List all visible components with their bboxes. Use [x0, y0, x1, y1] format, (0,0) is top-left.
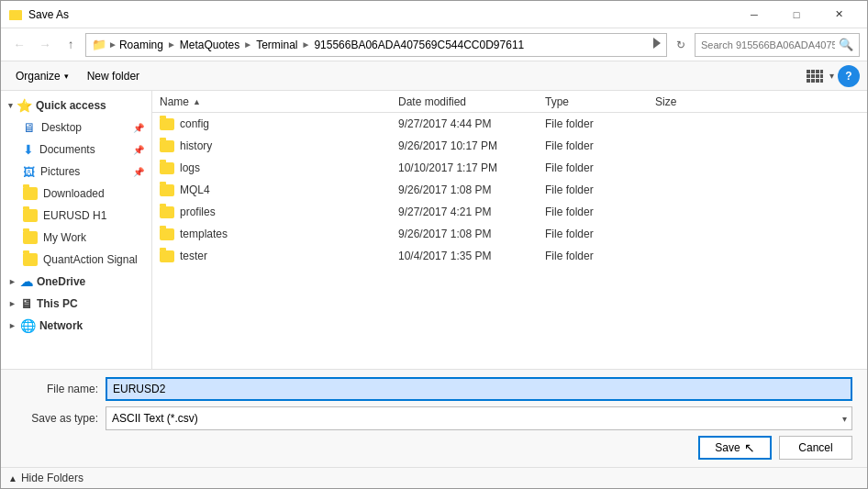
file-row-name: config	[180, 117, 209, 130]
file-row-date: 10/10/2017 1:17 PM	[398, 161, 545, 174]
file-row-name: tester	[180, 250, 207, 262]
hide-folders-button[interactable]: ▲ Hide Folders	[8, 472, 83, 484]
close-button[interactable]: ✕	[818, 1, 860, 28]
save-as-type-wrapper: ASCII Text (*.csv) ▾	[106, 406, 852, 430]
file-row-name: history	[180, 139, 212, 152]
table-row[interactable]: history 9/26/2017 10:17 PM File folder	[152, 135, 867, 157]
organize-toolbar: Organize ▾ New folder	[1, 61, 867, 91]
table-row[interactable]: MQL4 9/26/2017 1:08 PM File folder	[152, 179, 867, 201]
sidebar-item-downloaded[interactable]: Downloaded	[1, 183, 151, 205]
svg-marker-3	[653, 38, 661, 49]
sidebar-item-mywork[interactable]: My Work	[1, 227, 151, 249]
svg-rect-1	[9, 12, 22, 20]
forward-button[interactable]: →	[34, 34, 56, 56]
new-folder-button[interactable]: New folder	[80, 65, 147, 87]
sidebar-item-desktop[interactable]: 🖥 Desktop 📌	[1, 117, 151, 139]
quick-access-chevron-icon: ▾	[8, 101, 13, 110]
sidebar-section-thispc[interactable]: ► 🖥 This PC	[1, 293, 151, 315]
cancel-button[interactable]: Cancel	[779, 436, 852, 460]
table-row[interactable]: config 9/27/2017 4:44 PM File folder	[152, 113, 867, 135]
sidebar-item-documents[interactable]: ⬇ Documents 📌	[1, 139, 151, 161]
sidebar-item-quantaction[interactable]: QuantAction Signal	[1, 249, 151, 271]
help-button[interactable]: ?	[838, 65, 860, 87]
folder-icon	[160, 184, 174, 196]
title-bar: Save As ─ □ ✕	[1, 1, 867, 28]
downloaded-folder-icon	[23, 187, 38, 200]
pin-icon-documents: 📌	[133, 145, 144, 155]
save-as-type-select[interactable]: ASCII Text (*.csv)	[106, 406, 852, 430]
sidebar-section-quick-access[interactable]: ▾ ⭐ Quick access	[1, 94, 151, 117]
network-expand-icon: ►	[8, 321, 17, 330]
pin-icon: 📌	[133, 123, 144, 133]
table-row[interactable]: profiles 9/27/2017 4:21 PM File folder	[152, 201, 867, 223]
search-input[interactable]	[701, 39, 835, 50]
file-row-date: 9/26/2017 10:17 PM	[398, 139, 545, 152]
file-name-label: File name:	[16, 383, 98, 395]
sidebar-section-onedrive[interactable]: ► ☁ OneDrive	[1, 271, 151, 293]
file-row-type: File folder	[545, 139, 655, 152]
svg-rect-6	[816, 70, 819, 73]
sort-arrow-icon: ▲	[193, 97, 201, 106]
file-row-name: logs	[180, 161, 200, 174]
pictures-icon: 🖼	[23, 165, 35, 179]
sidebar-onedrive-label: OneDrive	[37, 275, 85, 288]
organize-chevron-icon: ▾	[64, 72, 69, 81]
folder-icon	[160, 118, 174, 130]
action-buttons: Save ↖ Cancel	[16, 436, 852, 460]
table-row[interactable]: tester 10/4/2017 1:35 PM File folder	[152, 245, 867, 267]
title-bar-buttons: ─ □ ✕	[733, 1, 860, 28]
organize-button[interactable]: Organize ▾	[8, 65, 76, 87]
thispc-icon: 🖥	[20, 296, 33, 311]
svg-rect-2	[11, 10, 16, 12]
sidebar-item-pictures[interactable]: 🖼 Pictures 📌	[1, 161, 151, 183]
back-button[interactable]: ←	[8, 34, 30, 56]
col-date-header[interactable]: Date modified	[398, 95, 545, 108]
sidebar-section-network[interactable]: ► 🌐 Network	[1, 315, 151, 337]
address-bar[interactable]: 📁 ► Roaming ► MetaQuotes ► Terminal ► 91…	[85, 33, 667, 57]
view-toggle-button[interactable]	[804, 65, 826, 87]
minimize-button[interactable]: ─	[733, 1, 775, 28]
sidebar-eurusd-label: EURUSD H1	[43, 209, 106, 222]
svg-rect-15	[820, 79, 823, 83]
col-name-header[interactable]: Name ▲	[160, 95, 398, 108]
hide-folders-row: ▲ Hide Folders	[1, 467, 867, 488]
file-row-name: templates	[180, 228, 228, 240]
folder-icon	[160, 140, 174, 152]
main-content: ▾ ⭐ Quick access 🖥 Desktop 📌 ⬇ Documents…	[1, 91, 867, 369]
network-icon: 🌐	[20, 318, 36, 333]
dialog-icon	[8, 7, 23, 22]
table-row[interactable]: templates 9/26/2017 1:08 PM File folder	[152, 223, 867, 245]
address-toolbar: ← → ↑ 📁 ► Roaming ► MetaQuotes ► Termina…	[1, 28, 867, 61]
folder-icon	[160, 162, 174, 174]
svg-rect-13	[811, 79, 815, 83]
new-folder-label: New folder	[87, 70, 139, 83]
col-type-header: Type	[545, 95, 655, 108]
file-row-type: File folder	[545, 206, 655, 218]
maximize-button[interactable]: □	[775, 1, 818, 28]
file-row-date: 10/4/2017 1:35 PM	[398, 250, 545, 262]
file-row-type: File folder	[545, 161, 655, 174]
table-row[interactable]: logs 10/10/2017 1:17 PM File folder	[152, 157, 867, 179]
sidebar-mywork-label: My Work	[43, 231, 86, 244]
file-row-name: profiles	[180, 206, 216, 218]
save-as-dialog: Save As ─ □ ✕ ← → ↑ 📁 ► Roaming ► MetaQu…	[0, 0, 868, 489]
sidebar-desktop-label: Desktop	[41, 121, 82, 134]
up-button[interactable]: ↑	[60, 34, 82, 56]
search-box[interactable]: 🔍	[695, 33, 860, 57]
hide-folders-label: Hide Folders	[21, 472, 83, 484]
col-size-header: Size	[655, 95, 729, 108]
quick-access-icon: ⭐	[17, 98, 32, 113]
refresh-button[interactable]: ↻	[671, 35, 691, 55]
file-row-name: MQL4	[180, 183, 210, 196]
svg-rect-8	[807, 74, 810, 78]
folder-icon	[160, 206, 174, 218]
folder-icon	[160, 228, 174, 240]
breadcrumb: 📁 ► Roaming ► MetaQuotes ► Terminal ► 91…	[92, 38, 524, 51]
file-name-input[interactable]	[106, 377, 852, 401]
svg-rect-14	[816, 79, 819, 83]
sidebar-item-eurusd[interactable]: EURUSD H1	[1, 205, 151, 227]
save-button[interactable]: Save ↖	[698, 436, 772, 460]
quantaction-folder-icon	[23, 253, 38, 266]
view-dropdown-arrow[interactable]: ▾	[829, 71, 834, 81]
file-row-type: File folder	[545, 183, 655, 196]
